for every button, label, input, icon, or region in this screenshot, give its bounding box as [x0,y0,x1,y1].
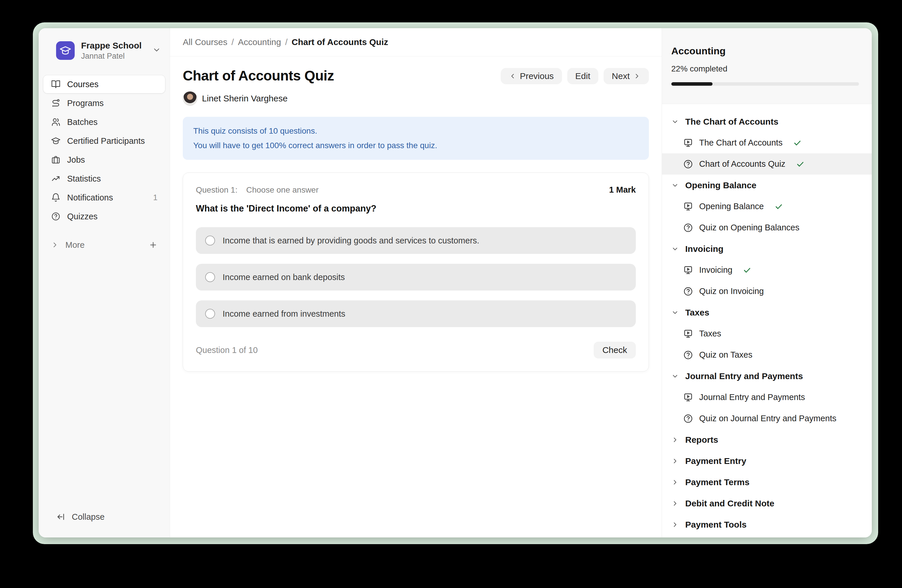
desktop-background: Frappe School Jannat Patel Courses Progr… [0,0,902,588]
sidebar-item-label: Notifications [67,193,147,202]
chapter-row[interactable]: Journal Entry and Payments [662,366,872,387]
chevron-down-icon [671,309,679,316]
sidebar-more[interactable]: More [43,236,165,254]
lesson-row[interactable]: Chart of Accounts Quiz [662,153,872,175]
help-circle-icon [683,222,693,233]
chevron-right-icon [671,479,679,486]
lesson-row[interactable]: Quiz on Journal Entry and Payments [662,408,872,429]
lesson-row[interactable]: Journal Entry and Payments [662,387,872,408]
course-title: Accounting [671,45,859,57]
answer-options: Income that is earned by providing goods… [196,227,636,327]
next-button[interactable]: Next [604,68,649,84]
sidebar-item-quizzes[interactable]: Quizzes [43,207,165,225]
author-row: Linet Sherin Varghese [183,91,649,106]
edit-button[interactable]: Edit [567,68,599,84]
chapter-label: Reports [685,435,718,445]
radio-button[interactable] [205,272,215,282]
author-name: Linet Sherin Varghese [202,94,288,103]
lesson-label: Chart of Accounts Quiz [699,159,786,169]
chapter-row[interactable]: Payment Tools [662,514,872,535]
workspace-title: Frappe School [81,41,146,51]
course-panel-header: Accounting 22% completed [662,28,872,104]
collapse-left-icon [56,512,66,521]
chapter-label: The Chart of Accounts [685,117,778,127]
chapter-row[interactable]: Reports [662,429,872,450]
chapter-row[interactable]: Payment Entry [662,450,872,472]
sidebar-nav: Courses Programs Batches Certified Parti… [43,75,165,225]
question-marks: 1 Mark [609,185,636,195]
help-circle-icon [683,159,693,169]
lesson-row[interactable]: Taxes [662,323,872,344]
chapter-row[interactable]: Payment Terms [662,472,872,493]
lesson-row[interactable]: Invoicing [662,260,872,281]
lesson-label: Quiz on Taxes [699,350,752,360]
radio-button[interactable] [205,236,215,246]
monitor-play-icon [683,328,693,339]
collapse-label: Collapse [72,512,105,522]
breadcrumb-item[interactable]: All Courses [183,37,227,47]
breadcrumb-item[interactable]: Accounting [238,37,281,47]
sidebar-item-label: Statistics [67,174,158,184]
chapter-label: Payment Terms [685,477,749,487]
notification-count-badge: 1 [153,193,158,202]
question-header: Question 1: Choose one answer 1 Mark [196,185,636,195]
lesson-row[interactable]: Quiz on Invoicing [662,281,872,302]
monitor-play-icon [683,265,693,275]
sidebar-item-jobs[interactable]: Jobs [43,151,165,169]
sidebar-item-certified-participants[interactable]: Certified Participants [43,132,165,150]
chevron-right-icon [51,241,59,249]
quiz-page: Chart of Accounts Quiz Previous Edit Nex… [170,56,662,538]
course-outline-panel: Accounting 22% completed The Chart of Ac… [662,28,872,538]
notice-line-2: You will have to get 100% correct answer… [193,138,639,153]
main-content: All Courses/Accounting/Chart of Accounts… [170,28,662,538]
lesson-row[interactable]: Quiz on Taxes [662,344,872,366]
check-icon [743,266,752,275]
lesson-label: The Chart of Accounts [699,138,783,148]
radio-button[interactable] [205,309,215,319]
chapter-row[interactable]: Invoicing [662,238,872,260]
quiz-option[interactable]: Income earned from investments [196,300,636,327]
chapter-label: Payment Tools [685,520,747,530]
sidebar-item-courses[interactable]: Courses [43,75,165,93]
more-label: More [66,240,85,250]
quiz-option[interactable]: Income that is earned by providing goods… [196,227,636,254]
sidebar-item-notifications[interactable]: Notifications 1 [43,189,165,206]
lesson-row[interactable]: Quiz on Opening Balances [662,217,872,238]
option-label: Income that is earned by providing goods… [222,236,479,246]
chevron-right-icon [671,436,679,444]
chapter-row[interactable]: Debit and Credit Note [662,493,872,514]
chapter-label: Payment Entry [685,456,746,466]
trending-up-icon [51,174,61,184]
chevron-right-icon [633,72,641,80]
chapter-row[interactable]: Opening Balance [662,175,872,196]
sidebar-item-programs[interactable]: Programs [43,94,165,112]
graduation-cap-icon [59,44,72,57]
monitor-play-icon [683,392,693,403]
chapter-row[interactable]: The Chart of Accounts [662,111,872,132]
page-title: Chart of Accounts Quiz [183,67,334,84]
chapter-row[interactable]: Taxes [662,302,872,323]
lesson-label: Quiz on Invoicing [699,286,764,296]
workspace-text: Frappe School Jannat Patel [81,41,146,61]
chapter-label: Invoicing [685,244,723,254]
help-circle-icon [683,413,693,424]
check-icon [793,139,802,147]
chapter-label: Opening Balance [685,180,756,190]
question-card: Question 1: Choose one answer 1 Mark Wha… [183,172,649,372]
previous-button[interactable]: Previous [501,68,562,84]
sidebar-item-statistics[interactable]: Statistics [43,170,165,188]
chevron-down-icon[interactable] [152,45,161,55]
collapse-button[interactable]: Collapse [43,508,165,526]
check-button[interactable]: Check [594,342,636,358]
course-outline: The Chart of Accounts The Chart of Accou… [662,104,872,538]
lesson-row[interactable]: Opening Balance [662,196,872,217]
workspace-switcher[interactable]: Frappe School Jannat Patel [43,36,165,66]
plus-icon[interactable] [149,241,158,249]
sidebar-item-batches[interactable]: Batches [43,113,165,131]
quiz-option[interactable]: Income earned on bank deposits [196,264,636,291]
frappe-school-logo [56,41,75,60]
lesson-row[interactable]: The Chart of Accounts [662,132,872,153]
window-frame: Frappe School Jannat Patel Courses Progr… [33,22,878,544]
lesson-label: Quiz on Journal Entry and Payments [699,414,836,423]
lesson-label: Quiz on Opening Balances [699,223,799,232]
